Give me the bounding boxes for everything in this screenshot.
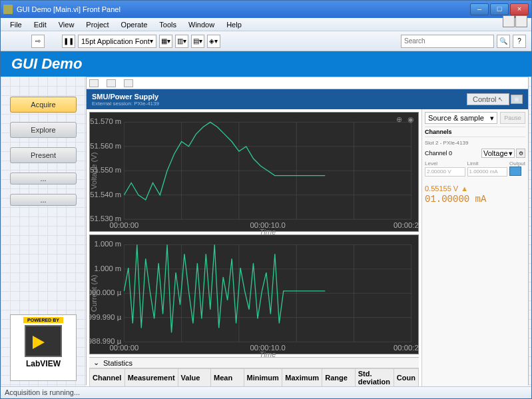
sidebar: Acquire Explore Present ... ... (10, 97, 77, 206)
menu-file[interactable]: File (5, 19, 27, 30)
limit-label: Limit (467, 161, 508, 167)
instrument-subtitle: External session: PXIe-4139 (92, 101, 159, 107)
extra-button-2[interactable]: ... (10, 194, 77, 206)
level-label: Level (425, 161, 465, 167)
voltage-reading: 0.55155 V▲ (425, 183, 525, 194)
svg-text:00:00:00: 00:00:00 (109, 344, 138, 352)
stats-col: Coun (394, 369, 418, 387)
svg-text:1.000 m: 1.000 m (94, 240, 121, 248)
extra-button-1[interactable]: ... (10, 173, 77, 185)
svg-text:551.560 m: 551.560 m (90, 142, 121, 150)
status-text: Acquisition is running... (5, 388, 80, 396)
banner: GUI Demo (1, 51, 531, 77)
titlebar: GUI Demo [Main.vi] Front Panel – □ × (1, 1, 531, 18)
warning-icon: ▲ (461, 185, 468, 193)
toolbar: ⇨ ❚❚ 15pt Application Font ▾ ▦▾ ▥▾ ▤▾ ◈▾… (1, 31, 531, 51)
svg-text:Voltage (V): Voltage (V) (90, 152, 98, 189)
connector-pane-icon[interactable] (503, 15, 515, 27)
stats-label: Statistics (103, 359, 133, 367)
stats-col: Range (322, 369, 355, 387)
level-input[interactable] (425, 167, 465, 177)
control-button[interactable]: Control ↖ (467, 93, 509, 105)
close-button[interactable]: × (510, 3, 529, 15)
menu-edit[interactable]: Edit (29, 19, 52, 30)
svg-text:Current (A): Current (A) (90, 274, 98, 312)
right-panel: Source & sample▾ Pause Channels Slot 2 -… (421, 109, 528, 399)
output-toggle[interactable] (509, 167, 521, 176)
minimize-button[interactable]: – (470, 3, 489, 15)
pause-vi-button[interactable]: ❚❚ (62, 35, 75, 48)
instrument-title: SMU/Power Supply (92, 93, 159, 101)
stats-col: Measurement (125, 369, 178, 387)
stats-col: Channel (90, 369, 125, 387)
limit-input[interactable] (467, 167, 508, 177)
menu-help[interactable]: Help (221, 19, 247, 30)
banner-title: GUI Demo (11, 55, 82, 73)
resize-button[interactable]: ▤▾ (191, 35, 204, 48)
align-button[interactable]: ▦▾ (159, 35, 172, 48)
app-window: GUI Demo [Main.vi] Front Panel – □ × Fil… (0, 0, 532, 399)
stats-col: Value (178, 369, 210, 387)
voltage-plot: ⊕ ◉ 551.530 m551.540 m551.550 m551.560 m… (89, 112, 419, 232)
stats-col: Std. deviation (355, 369, 394, 387)
menu-project[interactable]: Project (81, 19, 114, 30)
run-button[interactable]: ⇨ (31, 35, 45, 48)
plot-tool-icon[interactable]: ⊕ (396, 115, 402, 124)
plots-area: ⊕ ◉ 551.530 m551.540 m551.550 m551.560 m… (87, 109, 421, 399)
content: GUI Demo Acquire Explore Present ... ...… (1, 51, 531, 386)
body: Acquire Explore Present ... ... POWERED … (1, 77, 531, 386)
svg-text:551.540 m: 551.540 m (90, 191, 121, 199)
labview-icon (25, 325, 62, 357)
explore-button[interactable]: Explore (10, 122, 77, 138)
distribute-button[interactable]: ▥▾ (175, 35, 188, 48)
source-sample-select[interactable]: Source & sample▾ (425, 112, 497, 124)
stats-col: Minimum (244, 369, 282, 387)
status-bar: Acquisition is running... (1, 386, 531, 398)
tab-icon-1[interactable] (89, 79, 99, 87)
reorder-button[interactable]: ◈▾ (207, 35, 220, 48)
slot-label: Slot 2 - PXIe-4139 (425, 140, 525, 146)
svg-text:999.990 µ: 999.990 µ (90, 313, 122, 321)
search-input[interactable] (401, 35, 494, 48)
svg-text:Time: Time (260, 350, 276, 358)
instrument-menu-button[interactable]: ≡ (511, 95, 523, 104)
stats-toggle-icon[interactable]: ⌄ (93, 358, 99, 367)
search-button[interactable]: 🔍 (497, 35, 510, 48)
menu-operate[interactable]: Operate (116, 19, 153, 30)
svg-text:551.570 m: 551.570 m (90, 117, 121, 125)
tab-icon-3[interactable] (124, 79, 133, 87)
menu-window[interactable]: Window (183, 19, 220, 30)
menu-view[interactable]: View (53, 19, 80, 30)
current-reading: 01.00000 mA (425, 194, 525, 204)
menubar: File Edit View Project Operate Tools Win… (1, 18, 531, 31)
instrument-tabs (87, 77, 528, 89)
powered-by-label: POWERED BY (23, 317, 63, 323)
present-button[interactable]: Present (10, 147, 77, 163)
output-label: Output (509, 161, 525, 167)
labview-name: LabVIEW (26, 359, 61, 368)
instrument-panel: SMU/Power Supply External session: PXIe-… (86, 77, 529, 385)
app-icon (3, 5, 13, 14)
pause-button[interactable]: Pause (500, 112, 525, 124)
channel-mode-select[interactable]: Voltage▾ (481, 149, 515, 158)
vi-icon[interactable] (515, 15, 527, 27)
menu-tools[interactable]: Tools (154, 19, 182, 30)
svg-text:00:00:00: 00:00:00 (109, 221, 138, 229)
channel-settings-button[interactable]: ⚙ (516, 149, 525, 158)
plot-view-icon[interactable]: ◉ (407, 115, 414, 124)
channels-section-label: Channels (425, 127, 525, 137)
channel-name: Channel 0 (425, 150, 452, 157)
tab-icon-2[interactable] (107, 79, 116, 87)
instrument-header: SMU/Power Supply External session: PXIe-… (87, 89, 528, 109)
svg-text:00:00:20.0: 00:00:20.0 (394, 344, 418, 352)
maximize-button[interactable]: □ (490, 3, 509, 15)
labview-logo: POWERED BY LabVIEW (10, 314, 77, 381)
svg-text:1.000 m: 1.000 m (94, 264, 121, 272)
svg-text:00:00:20.0: 00:00:20.0 (394, 221, 418, 229)
current-plot: 988.990 µ999.990 µ1000.000 µ1.000 m1.000… (89, 234, 419, 354)
stats-col: Maximum (282, 369, 322, 387)
acquire-button[interactable]: Acquire (10, 97, 77, 113)
help-button[interactable]: ? (513, 35, 526, 48)
stats-col: Mean (211, 369, 244, 387)
font-selector[interactable]: 15pt Application Font ▾ (78, 35, 156, 48)
